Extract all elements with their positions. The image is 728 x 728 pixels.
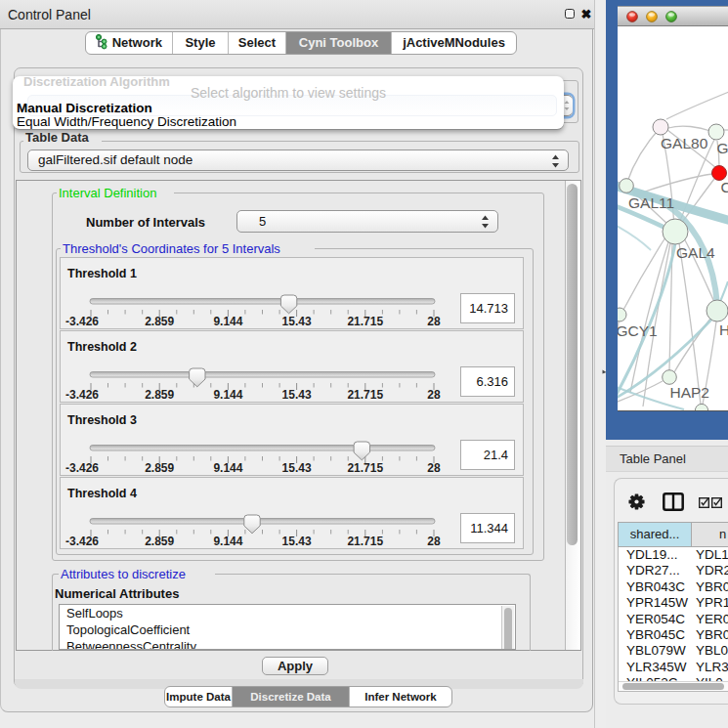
svg-text:21.715: 21.715 (347, 388, 383, 402)
svg-text:9.144: 9.144 (213, 388, 242, 402)
svg-text:GAL11: GAL11 (628, 194, 674, 211)
svg-text:GAL4: GAL4 (676, 244, 715, 261)
svg-text:21.715: 21.715 (347, 461, 383, 475)
svg-text:21.715: 21.715 (347, 535, 383, 548)
svg-text:2.859: 2.859 (145, 461, 174, 475)
svg-text:G..: G.. (717, 140, 728, 156)
svg-text:28: 28 (427, 535, 441, 548)
svg-text:28: 28 (427, 461, 441, 475)
svg-text:GAL80: GAL80 (661, 135, 708, 151)
svg-text:9.144: 9.144 (213, 535, 242, 548)
svg-text:HAP2: HAP2 (670, 384, 710, 401)
svg-text:9.144: 9.144 (213, 315, 242, 328)
svg-text:-3.426: -3.426 (65, 461, 99, 475)
svg-text:21.715: 21.715 (347, 315, 383, 328)
svg-text:15.43: 15.43 (282, 535, 312, 548)
svg-text:15.43: 15.43 (282, 461, 312, 475)
svg-text:GCY1: GCY1 (618, 322, 658, 339)
svg-text:2.859: 2.859 (145, 315, 174, 328)
svg-text:28: 28 (427, 388, 441, 402)
svg-text:28: 28 (427, 315, 441, 328)
svg-text:-3.426: -3.426 (65, 388, 99, 402)
svg-text:H: H (719, 321, 728, 338)
svg-text:2.859: 2.859 (145, 388, 174, 402)
svg-text:2.859: 2.859 (145, 535, 174, 548)
svg-text:-3.426: -3.426 (65, 535, 99, 548)
svg-text:-3.426: -3.426 (65, 315, 99, 328)
svg-text:15.43: 15.43 (282, 388, 312, 402)
svg-text:15.43: 15.43 (282, 315, 312, 328)
svg-text:9.144: 9.144 (213, 461, 242, 475)
svg-text:C: C (721, 179, 728, 195)
